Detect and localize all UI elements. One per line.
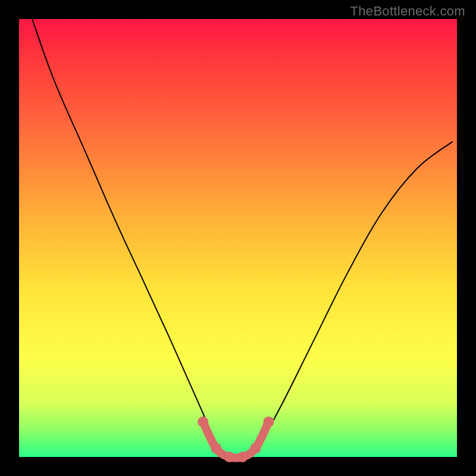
- optimal-range-dot: [224, 452, 234, 462]
- watermark-text: TheBottleneck.com: [350, 4, 465, 19]
- plot-background: [19, 19, 457, 457]
- chart-stage: TheBottleneck.com: [0, 0, 476, 476]
- optimal-range-dot: [264, 416, 274, 427]
- optimal-range-dot: [211, 443, 221, 453]
- optimal-range-dot: [237, 452, 248, 462]
- bottleneck-chart: [0, 0, 476, 476]
- optimal-range-dot: [198, 416, 208, 427]
- optimal-range-dot: [250, 443, 261, 453]
